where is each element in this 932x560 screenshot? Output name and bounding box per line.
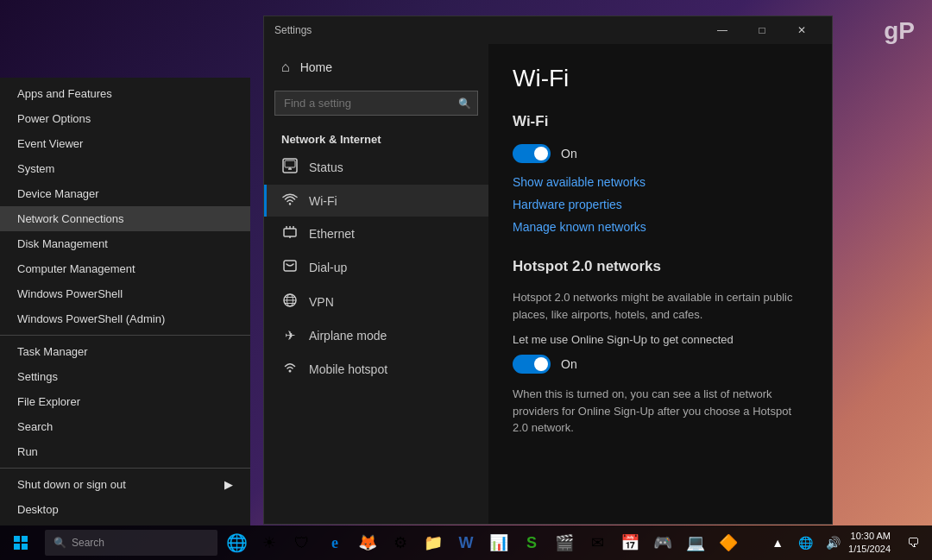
dialup-label: Dial-up [309, 261, 347, 274]
wifi-label: Wi-Fi [309, 194, 337, 208]
sidebar-item-mobile-hotspot[interactable]: Mobile hotspot [264, 352, 488, 386]
taskbar-icon-shield[interactable]: 🛡 [287, 527, 318, 558]
sidebar-item-vpn[interactable]: VPN [264, 284, 488, 319]
context-menu-item-settings[interactable]: Settings [0, 364, 250, 389]
tray-icon-arrow[interactable]: ▲ [765, 527, 790, 558]
taskbar-icon-settings[interactable]: ⚙ [385, 527, 416, 558]
vpn-label: VPN [309, 295, 334, 309]
divider-2 [0, 468, 250, 469]
hotspot-toggle-row: On [513, 355, 808, 374]
search-icon: 🔍 [458, 98, 471, 110]
context-menu-item-powershell-admin[interactable]: Windows PowerShell (Admin) [0, 306, 250, 331]
context-menu-item-network-connections[interactable]: Network Connections [0, 206, 250, 231]
sidebar-item-wifi[interactable]: Wi-Fi [264, 185, 488, 217]
hotspot-toggle-label: On [561, 357, 577, 371]
sidebar-section-title: Network & Internet [264, 123, 488, 149]
window-body: ⌂ Home 🔍 Network & Internet [264, 44, 832, 524]
wifi-toggle-label: On [561, 147, 577, 160]
maximize-button[interactable]: □ [742, 16, 782, 44]
window-titlebar: Settings — □ ✕ [264, 16, 832, 44]
submenu-arrow-icon: ▶ [224, 478, 233, 491]
status-icon [281, 158, 299, 176]
taskbar-icon-folder[interactable]: 📁 [418, 527, 449, 558]
taskbar-icon-vlc[interactable]: 🔶 [713, 527, 744, 558]
taskbar-search-placeholder: Search [72, 537, 104, 549]
hotspot-toggle[interactable] [513, 355, 551, 374]
taskbar-icon-word[interactable]: W [450, 527, 482, 558]
ethernet-label: Ethernet [309, 227, 355, 241]
context-menu: Apps and Features Power Options Event Vi… [0, 78, 250, 525]
show-networks-link[interactable]: Show available networks [513, 175, 808, 189]
tray-icon-notifications[interactable]: 🗨 [901, 527, 925, 558]
context-menu-item-disk[interactable]: Disk Management [0, 231, 250, 256]
wifi-section: Wi-Fi On Show available networks Hardwar… [513, 113, 808, 234]
svg-rect-1 [285, 160, 295, 167]
window-controls: — □ ✕ [702, 16, 822, 44]
search-input[interactable] [274, 91, 478, 116]
taskbar-icon-mail[interactable]: ✉ [582, 527, 613, 558]
taskbar-tray: ▲ 🌐 🔊 10:30 AM 1/15/2024 🗨 [765, 527, 932, 558]
taskbar-icon-calendar[interactable]: 📅 [614, 527, 645, 558]
taskbar-search-icon: 🔍 [54, 537, 66, 549]
tray-icon-sound[interactable]: 🔊 [821, 527, 845, 558]
taskbar-icon-excel[interactable]: 📊 [483, 527, 514, 558]
taskbar-icon-firefox[interactable]: 🦊 [352, 527, 383, 558]
taskbar-icon-laptop[interactable]: 💻 [680, 527, 711, 558]
start-button[interactable] [0, 525, 41, 560]
context-menu-item-device-manager[interactable]: Device Manager [0, 181, 250, 206]
context-menu-item-apps[interactable]: Apps and Features [0, 81, 250, 106]
settings-content: Wi-Fi Wi-Fi On Show available networks H… [488, 44, 832, 524]
wifi-icon [281, 193, 299, 208]
hotspot-description: Hotspot 2.0 networks might be available … [513, 289, 808, 323]
airplane-icon: ✈ [281, 328, 299, 343]
context-menu-item-shutdown[interactable]: Shut down or sign out ▶ [0, 472, 250, 497]
taskbar: 🔍 Search 🌐 ☀ 🛡 e 🦊 ⚙ 📁 W 📊 S 🎬 ✉ 📅 🎮 💻 🔶… [0, 525, 932, 560]
context-menu-item-run[interactable]: Run [0, 439, 250, 464]
wifi-section-heading: Wi-Fi [513, 113, 808, 130]
taskbar-icon-sun[interactable]: ☀ [254, 527, 285, 558]
status-label: Status [309, 160, 343, 174]
dialup-icon [281, 259, 299, 275]
context-menu-item-powershell[interactable]: Windows PowerShell [0, 281, 250, 306]
context-menu-item-task-manager[interactable]: Task Manager [0, 339, 250, 364]
taskbar-search-box[interactable]: 🔍 Search [45, 530, 217, 556]
mobile-hotspot-label: Mobile hotspot [309, 362, 387, 376]
context-menu-item-computer-mgmt[interactable]: Computer Management [0, 256, 250, 281]
close-button[interactable]: ✕ [782, 16, 822, 44]
context-menu-item-file-explorer[interactable]: File Explorer [0, 389, 250, 414]
hotspot-section-heading: Hotspot 2.0 networks [513, 258, 808, 275]
taskbar-icon-game[interactable]: 🎮 [647, 527, 678, 558]
clock-date: 1/15/2024 [848, 543, 891, 556]
sidebar-item-ethernet[interactable]: Ethernet [264, 217, 488, 250]
wifi-toggle-row: On [513, 144, 808, 163]
windows-logo-icon [14, 536, 28, 550]
window-title: Settings [274, 24, 702, 36]
hotspot-signup-label: Let me use Online Sign-Up to get connect… [513, 333, 808, 346]
taskbar-icon-media[interactable]: 🎬 [549, 527, 580, 558]
manage-networks-link[interactable]: Manage known networks [513, 220, 808, 234]
taskbar-icon-chrome[interactable]: 🌐 [221, 527, 252, 558]
taskbar-icon-quickbooks[interactable]: S [516, 527, 547, 558]
tray-icon-network[interactable]: 🌐 [793, 527, 817, 558]
sidebar-item-dialup[interactable]: Dial-up [264, 250, 488, 284]
wifi-toggle[interactable] [513, 144, 551, 163]
taskbar-clock[interactable]: 10:30 AM 1/15/2024 [848, 530, 897, 557]
svg-point-4 [289, 203, 291, 204]
context-menu-item-search[interactable]: Search [0, 414, 250, 439]
taskbar-icon-edge[interactable]: e [319, 527, 350, 558]
context-menu-item-power[interactable]: Power Options [0, 106, 250, 131]
context-menu-item-desktop[interactable]: Desktop [0, 497, 250, 522]
minimize-button[interactable]: — [702, 16, 742, 44]
sidebar-item-airplane[interactable]: ✈ Airplane mode [264, 319, 488, 352]
ethernet-icon [281, 225, 299, 242]
sidebar-home-button[interactable]: ⌂ Home [264, 51, 488, 84]
vpn-icon [281, 293, 299, 311]
context-menu-item-system[interactable]: System [0, 156, 250, 181]
divider-1 [0, 335, 250, 336]
context-menu-item-event[interactable]: Event Viewer [0, 131, 250, 156]
svg-point-16 [289, 370, 292, 373]
hardware-properties-link[interactable]: Hardware properties [513, 198, 808, 211]
mobile-hotspot-icon [281, 361, 299, 377]
clock-time: 10:30 AM [848, 530, 891, 543]
sidebar-item-status[interactable]: Status [264, 149, 488, 185]
